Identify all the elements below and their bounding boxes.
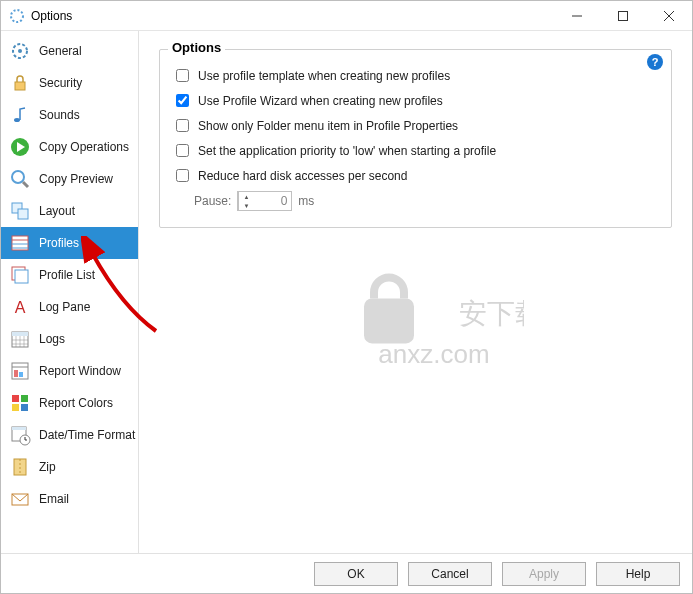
sidebar-item-label: Sounds — [39, 108, 80, 122]
layout-icon — [9, 200, 31, 222]
maximize-button[interactable] — [600, 1, 646, 31]
sidebar-item-copy-operations[interactable]: Copy Operations — [1, 131, 138, 163]
options-window: Options General Security Sounds Copy Ope… — [0, 0, 693, 594]
svg-rect-35 — [12, 404, 19, 411]
watermark: 安下载 anxz.com — [344, 268, 524, 386]
play-icon — [9, 136, 31, 158]
zip-icon — [9, 456, 31, 478]
sidebar-item-label: Layout — [39, 204, 75, 218]
svg-rect-23 — [12, 332, 28, 336]
sidebar-item-zip[interactable]: Zip — [1, 451, 138, 483]
option-folder-menu[interactable]: Show only Folder menu item in Profile Pr… — [172, 116, 659, 135]
fieldset-title: Options — [168, 40, 225, 55]
option-label: Use profile template when creating new p… — [198, 69, 450, 83]
sidebar-item-label: General — [39, 44, 82, 58]
music-note-icon — [9, 104, 31, 126]
svg-text:A: A — [15, 299, 26, 316]
pause-label: Pause: — [194, 194, 231, 208]
sidebar-item-label: Profiles — [39, 236, 79, 250]
sidebar-item-copy-preview[interactable]: Copy Preview — [1, 163, 138, 195]
sidebar-item-label: Zip — [39, 460, 56, 474]
pause-spinner[interactable]: ▲ ▼ — [237, 191, 292, 211]
help-icon[interactable]: ? — [647, 54, 663, 70]
option-label: Reduce hard disk accesses per second — [198, 169, 407, 183]
sidebar: General Security Sounds Copy Operations … — [1, 31, 139, 553]
spinner-up[interactable]: ▲ — [239, 192, 253, 201]
sidebar-item-report-colors[interactable]: Report Colors — [1, 387, 138, 419]
lock-icon — [9, 72, 31, 94]
svg-rect-34 — [21, 395, 28, 402]
option-label: Use Profile Wizard when creating new pro… — [198, 94, 443, 108]
calendar-icon — [9, 328, 31, 350]
svg-rect-31 — [14, 370, 18, 377]
sidebar-item-label: Date/Time Format — [39, 428, 135, 442]
pause-unit: ms — [298, 194, 314, 208]
watermark-line2: anxz.com — [378, 339, 489, 369]
profile-list-icon — [9, 264, 31, 286]
window-title: Options — [31, 9, 554, 23]
svg-rect-2 — [619, 11, 628, 20]
option-label: Set the application priority to 'low' wh… — [198, 144, 496, 158]
sidebar-item-label: Copy Preview — [39, 172, 113, 186]
sidebar-item-label: Logs — [39, 332, 65, 346]
svg-rect-33 — [12, 395, 19, 402]
svg-rect-7 — [15, 82, 25, 90]
option-reduce-disk[interactable]: Reduce hard disk accesses per second — [172, 166, 659, 185]
sidebar-item-email[interactable]: Email — [1, 483, 138, 515]
option-priority-low[interactable]: Set the application priority to 'low' wh… — [172, 141, 659, 160]
sidebar-item-label: Profile List — [39, 268, 95, 282]
sidebar-item-layout[interactable]: Layout — [1, 195, 138, 227]
option-label: Show only Folder menu item in Profile Pr… — [198, 119, 458, 133]
sidebar-item-security[interactable]: Security — [1, 67, 138, 99]
profiles-icon — [9, 232, 31, 254]
app-icon — [9, 8, 25, 24]
svg-point-0 — [11, 10, 23, 22]
svg-rect-45 — [364, 298, 414, 343]
pause-input[interactable] — [253, 194, 291, 208]
sidebar-item-profiles[interactable]: Profiles — [1, 227, 138, 259]
checkbox-priority-low[interactable] — [176, 144, 189, 157]
watermark-line1: 安下载 — [459, 298, 524, 329]
sidebar-item-report-window[interactable]: Report Window — [1, 355, 138, 387]
sidebar-item-log-pane[interactable]: A Log Pane — [1, 291, 138, 323]
sidebar-item-date-time-format[interactable]: Date/Time Format — [1, 419, 138, 451]
calendar-clock-icon — [9, 424, 31, 446]
sidebar-item-sounds[interactable]: Sounds — [1, 99, 138, 131]
sidebar-item-label: Report Window — [39, 364, 121, 378]
sidebar-item-logs[interactable]: Logs — [1, 323, 138, 355]
footer: OK Cancel Apply Help — [1, 553, 692, 593]
report-window-icon — [9, 360, 31, 382]
help-button[interactable]: Help — [596, 562, 680, 586]
ok-button[interactable]: OK — [314, 562, 398, 586]
svg-rect-36 — [21, 404, 28, 411]
colors-icon — [9, 392, 31, 414]
titlebar: Options — [1, 1, 692, 31]
options-fieldset: Options ? Use profile template when crea… — [159, 49, 672, 228]
minimize-button[interactable] — [554, 1, 600, 31]
checkbox-folder-menu[interactable] — [176, 119, 189, 132]
sidebar-item-profile-list[interactable]: Profile List — [1, 259, 138, 291]
sidebar-item-general[interactable]: General — [1, 35, 138, 67]
option-use-template[interactable]: Use profile template when creating new p… — [172, 66, 659, 85]
sidebar-item-label: Report Colors — [39, 396, 113, 410]
cancel-button[interactable]: Cancel — [408, 562, 492, 586]
sidebar-item-label: Security — [39, 76, 82, 90]
pause-row: Pause: ▲ ▼ ms — [194, 191, 659, 211]
checkbox-use-wizard[interactable] — [176, 94, 189, 107]
option-use-wizard[interactable]: Use Profile Wizard when creating new pro… — [172, 91, 659, 110]
svg-line-12 — [23, 182, 28, 187]
checkbox-use-template[interactable] — [176, 69, 189, 82]
checkbox-reduce-disk[interactable] — [176, 169, 189, 182]
close-button[interactable] — [646, 1, 692, 31]
svg-rect-20 — [15, 270, 28, 283]
content-area: General Security Sounds Copy Operations … — [1, 31, 692, 553]
mail-icon — [9, 488, 31, 510]
spinner-down[interactable]: ▼ — [239, 201, 253, 210]
apply-button: Apply — [502, 562, 586, 586]
svg-rect-14 — [18, 209, 28, 219]
sidebar-item-label: Copy Operations — [39, 140, 129, 154]
sidebar-item-label: Log Pane — [39, 300, 90, 314]
svg-point-11 — [12, 171, 24, 183]
svg-point-6 — [18, 49, 22, 53]
sidebar-item-label: Email — [39, 492, 69, 506]
